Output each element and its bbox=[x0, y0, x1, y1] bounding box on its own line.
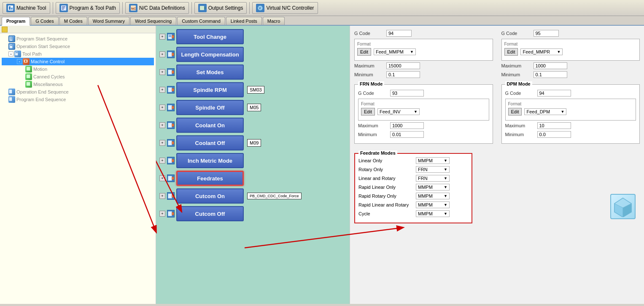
tree-expand-tool-path[interactable]: - bbox=[8, 51, 13, 56]
tab-word-sequencing[interactable]: Word Sequencing bbox=[130, 17, 176, 25]
svg-rect-1 bbox=[9, 6, 11, 10]
seq-expand-spindle-rpm[interactable]: + bbox=[159, 87, 165, 93]
seq-expand-coolant-off[interactable]: + bbox=[159, 140, 165, 146]
svg-rect-36 bbox=[168, 87, 172, 92]
seq-btn-set-modes[interactable]: Set Modes bbox=[176, 64, 244, 80]
seq-expand-cutcom-off[interactable]: + bbox=[159, 211, 165, 217]
feedrate-label-rapid-linear-rotary: Rapid Linear and Rotary bbox=[358, 202, 413, 207]
main-content: Program Start Sequence Operation Start S… bbox=[0, 26, 644, 304]
tree-item-motion[interactable]: Motion bbox=[2, 65, 154, 73]
gcode-left-min-label: Minimum bbox=[354, 72, 384, 77]
tree-item-op-end[interactable]: Operation End Sequence bbox=[2, 88, 154, 96]
tree-item-icon-prog-end bbox=[8, 96, 15, 103]
seq-btn-feedrates[interactable]: Feedrates bbox=[176, 171, 244, 186]
tab-custom-command[interactable]: Custom Command bbox=[177, 17, 225, 25]
seq-expand-spindle-off[interactable]: + bbox=[159, 105, 165, 110]
dpm-gcode-value[interactable]: 94 bbox=[537, 90, 571, 97]
gcode-left-edit-btn[interactable]: Edit bbox=[357, 48, 371, 56]
toolbar-nc-data[interactable]: NC N/C Data Definitions bbox=[125, 2, 189, 14]
seq-expand-feedrates[interactable]: + bbox=[159, 175, 165, 181]
tab-word-summary[interactable]: Word Summary bbox=[88, 17, 129, 25]
svg-rect-40 bbox=[168, 123, 172, 128]
dpm-format-box: Format Edit Feed_DPM ▼ bbox=[505, 99, 636, 121]
feedrate-row-linear-rotary: Linear and Rotary FRN ▼ bbox=[358, 175, 468, 182]
seq-expand-length-comp[interactable]: + bbox=[159, 51, 165, 57]
svg-rect-29 bbox=[169, 35, 171, 36]
feedrate-select-linear-rotary[interactable]: FRN ▼ bbox=[416, 175, 450, 182]
seq-tag-spindle-off: M05 bbox=[247, 104, 261, 111]
svg-text:NC: NC bbox=[131, 7, 136, 11]
gcode-right-edit-btn[interactable]: Edit bbox=[504, 48, 518, 56]
frn-max-value[interactable]: 1000 bbox=[390, 122, 424, 129]
frn-gcode-value[interactable]: 93 bbox=[390, 90, 424, 97]
tree-header bbox=[0, 26, 156, 33]
toolbar-program-tool-path[interactable]: Program & Tool Path bbox=[56, 2, 120, 14]
toolbar-output-settings[interactable]: Output Settings bbox=[194, 2, 247, 14]
seq-btn-tool-change[interactable]: Tool Change bbox=[176, 29, 244, 44]
feedrate-select-rapid-linear-only[interactable]: MMPM ▼ bbox=[416, 184, 450, 191]
seq-expand-set-modes[interactable]: + bbox=[159, 69, 165, 75]
gcode-left-min-value[interactable]: 0.1 bbox=[386, 71, 420, 78]
tab-mcodes[interactable]: M Codes bbox=[59, 17, 87, 25]
seq-expand-coolant-on[interactable]: + bbox=[159, 122, 165, 128]
gcode-left-format-select[interactable]: Feed_MMPM ▼ bbox=[374, 48, 416, 55]
seq-row-cutcom-on: + Cutcom On PB_CMD_CDC_Code_Force bbox=[159, 188, 346, 204]
feedrate-arrow-linear-only: ▼ bbox=[444, 158, 447, 163]
svg-rect-15 bbox=[10, 39, 12, 40]
tree-label-miscellaneous: Miscellaneous bbox=[33, 82, 63, 87]
tree-item-canned-cycles[interactable]: Canned Cycles bbox=[2, 73, 154, 81]
svg-rect-16 bbox=[9, 44, 13, 48]
dpm-min-value[interactable]: 0.0 bbox=[537, 131, 571, 138]
tab-linked-posts[interactable]: Linked Posts bbox=[226, 17, 262, 25]
frn-format-row: Edit Feed_INV ▼ bbox=[361, 108, 486, 115]
tab-gcodes[interactable]: G Codes bbox=[31, 17, 58, 25]
gcode-right-max-label: Maximum bbox=[501, 63, 531, 68]
dpm-max-value[interactable]: 10 bbox=[537, 122, 571, 129]
toolbar-virtual-nc[interactable]: V Virtual N/C Controller bbox=[252, 2, 318, 14]
gcode-left-value[interactable]: 94 bbox=[386, 30, 412, 37]
feedrate-select-rotary-only[interactable]: FRN ▼ bbox=[416, 166, 450, 173]
seq-btn-spindle-rpm[interactable]: Spindle RPM bbox=[176, 82, 244, 97]
tree-item-icon-machine-control bbox=[23, 58, 30, 65]
gcode-right-value[interactable]: 95 bbox=[534, 30, 559, 37]
seq-btn-cutcom-off[interactable]: Cutcom Off bbox=[176, 206, 244, 221]
gcode-right-min-value[interactable]: 0.1 bbox=[534, 71, 567, 78]
gcode-right-format-select[interactable]: Feed_MMPR ▼ bbox=[520, 48, 563, 55]
dpm-format-row: Edit Feed_DPM ▼ bbox=[508, 108, 633, 115]
seq-btn-coolant-off[interactable]: Coolant Off bbox=[176, 135, 244, 150]
toolbar-nc-label: N/C Data Definitions bbox=[139, 5, 185, 11]
gcode-left-max-value[interactable]: 15000 bbox=[386, 62, 420, 69]
dpm-edit-btn[interactable]: Edit bbox=[508, 108, 522, 115]
tree-item-machine-control[interactable]: - Machine Control bbox=[2, 58, 154, 65]
seq-row-coolant-off: + Coolant Off M09 bbox=[159, 135, 346, 150]
frn-min-value[interactable]: 0.01 bbox=[390, 131, 424, 138]
tree-item-prog-end[interactable]: Program End Sequence bbox=[2, 96, 154, 103]
seq-expand-tool-change[interactable]: + bbox=[159, 34, 165, 40]
tree-item-tool-path[interactable]: - Tool Path bbox=[2, 50, 154, 58]
feedrate-select-cycle[interactable]: MMPM ▼ bbox=[416, 210, 450, 217]
frn-format-select[interactable]: Feed_INV ▼ bbox=[377, 108, 420, 115]
feedrate-select-rapid-rotary-only[interactable]: MMPM ▼ bbox=[416, 193, 450, 199]
seq-btn-coolant-on[interactable]: Coolant On bbox=[176, 118, 244, 133]
feedrate-select-rapid-linear-rotary[interactable]: MMPM ▼ bbox=[416, 201, 450, 208]
seq-btn-inch-metric[interactable]: Inch Metric Mode bbox=[176, 153, 244, 168]
seq-btn-spindle-off[interactable]: Spindle Off bbox=[176, 100, 244, 115]
gcode-right-max-value[interactable]: 1000 bbox=[534, 62, 567, 69]
tree-expand-machine-control[interactable]: - bbox=[17, 59, 22, 64]
tree-item-program-start[interactable]: Program Start Sequence bbox=[2, 35, 154, 43]
seq-btn-length-comp[interactable]: Length Compensation bbox=[176, 47, 244, 62]
tree-item-op-start[interactable]: Operation Start Sequence bbox=[2, 43, 154, 50]
seq-expand-cutcom-on[interactable]: + bbox=[159, 193, 165, 199]
dpm-format-select[interactable]: Feed_DPM ▼ bbox=[524, 108, 566, 115]
frn-edit-btn[interactable]: Edit bbox=[361, 108, 375, 115]
svg-rect-2 bbox=[11, 8, 13, 10]
tab-macro[interactable]: Macro bbox=[263, 17, 285, 25]
feedrate-select-linear-only[interactable]: MMPM ▼ bbox=[416, 157, 450, 164]
tree-item-miscellaneous[interactable]: Miscellaneous bbox=[2, 81, 154, 88]
gcode-right-row: G Code 95 bbox=[501, 30, 640, 37]
seq-row-feedrates: + Feedrates bbox=[159, 171, 346, 186]
seq-expand-inch-metric[interactable]: + bbox=[159, 158, 165, 164]
seq-btn-cutcom-on[interactable]: Cutcom On bbox=[176, 188, 244, 204]
tab-program[interactable]: Program bbox=[2, 17, 30, 26]
toolbar-machine-tool[interactable]: Machine Tool bbox=[3, 2, 50, 14]
